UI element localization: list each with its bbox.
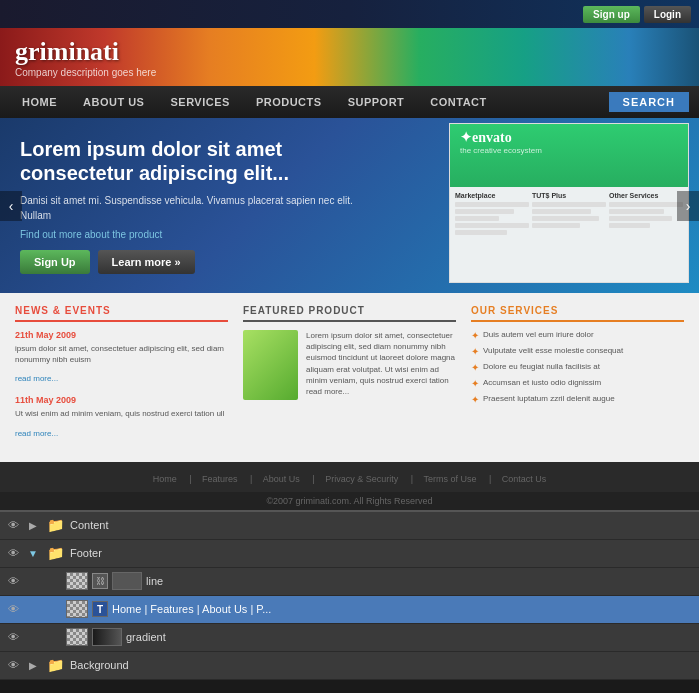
layer-thumb-text-checker: [66, 600, 88, 618]
nav-products[interactable]: PRODUCTS: [244, 86, 334, 118]
hero-prev-button[interactable]: ‹: [0, 191, 22, 221]
services-title: OUR SERVICES: [471, 305, 684, 322]
layer-arrow-content[interactable]: ▶: [26, 520, 40, 531]
layer-name-footer: Footer: [70, 547, 695, 559]
layer-eye-content[interactable]: 👁: [4, 516, 22, 534]
layer-thumb-gradient: [66, 628, 88, 646]
logo-name: griminati: [15, 37, 156, 67]
footer-link-features[interactable]: Features: [202, 474, 238, 484]
layer-row-background[interactable]: 👁 ▶ 📁 Background: [0, 652, 699, 680]
screenshot-inner: ✦envato the creative ecosystem Marketpla…: [450, 124, 688, 282]
layer-eye-text[interactable]: 👁: [4, 600, 22, 618]
news-title: NEWS & EVENTS: [15, 305, 228, 322]
service-item-4: ✦ Accumsan et iusto odio dignissim: [471, 378, 684, 389]
nav-services[interactable]: SERVICES: [158, 86, 241, 118]
hero-learn-button[interactable]: Learn more »: [98, 250, 195, 274]
layer-name-content: Content: [70, 519, 695, 531]
layer-name-line: line: [146, 575, 695, 587]
service-text-4: Accumsan et iusto odio dignissim: [483, 378, 601, 388]
news-date-2: 11th May 2009: [15, 395, 228, 405]
login-button[interactable]: Login: [644, 6, 691, 23]
featured-column: FEATURED PRODUCT Lorem ipsum dolor sit a…: [243, 305, 456, 450]
layer-row-footer[interactable]: 👁 ▼ 📁 Footer: [0, 540, 699, 568]
layer-thumb-line: [66, 572, 88, 590]
nav-home[interactable]: HOME: [10, 86, 69, 118]
main-content: NEWS & EVENTS 21th May 2009 ipsum dolor …: [0, 293, 699, 462]
service-text-3: Dolore eu feugiat nulla facilisis at: [483, 362, 600, 372]
hero-signup-button[interactable]: Sign Up: [20, 250, 90, 274]
envato-logo: ✦envato: [460, 129, 512, 146]
footer-link-privacy[interactable]: Privacy & Security: [325, 474, 398, 484]
featured-content: Lorem ipsum dolor sit amet, consectetuer…: [243, 330, 456, 400]
footer-links: Home | Features | About Us | Privacy & S…: [0, 462, 699, 492]
footer-link-terms[interactable]: Terms of Use: [423, 474, 476, 484]
layer-eye-gradient[interactable]: 👁: [4, 628, 22, 646]
layer-eye-line[interactable]: 👁: [4, 572, 22, 590]
layer-type-text-icon: T: [92, 601, 108, 617]
layer-arrow-background[interactable]: ▶: [26, 660, 40, 671]
footer-sep-2: |: [250, 474, 255, 484]
hero-content: Lorem ipsum dolor sit amet consectetur a…: [0, 122, 384, 289]
layer-name-background: Background: [70, 659, 695, 671]
service-bullet-3: ✦: [471, 362, 479, 373]
featured-title: FEATURED PRODUCT: [243, 305, 456, 322]
layer-row-content[interactable]: 👁 ▶ 📁 Content: [0, 512, 699, 540]
sc-col-1: Marketplace: [455, 192, 529, 277]
layer-arrow-footer[interactable]: ▼: [26, 548, 40, 559]
layer-name-gradient: gradient: [126, 631, 695, 643]
layer-chain-icon: ⛓: [92, 573, 108, 589]
hero-subtitle: Danisi sit amet mi. Suspendisse vehicula…: [20, 193, 364, 223]
service-item-1: ✦ Duis autem vel eum iriure dolor: [471, 330, 684, 341]
layer-row-text[interactable]: 👁 T Home | Features | About Us | P...: [0, 596, 699, 624]
screenshot-content: Marketplace TUT$ Plus Other Services: [450, 187, 688, 282]
service-item-3: ✦ Dolore eu feugiat nulla facilisis at: [471, 362, 684, 373]
nav-support[interactable]: SUPPORT: [336, 86, 417, 118]
layer-preview-line: [112, 572, 142, 590]
search-button[interactable]: SEARCH: [609, 92, 689, 112]
read-more-1[interactable]: read more...: [15, 374, 58, 383]
read-more-2[interactable]: read more...: [15, 429, 58, 438]
top-bar: Sign up Login: [0, 0, 699, 28]
footer-sep-3: |: [312, 474, 317, 484]
layer-row-gradient[interactable]: 👁 gradient: [0, 624, 699, 652]
layer-eye-footer[interactable]: 👁: [4, 544, 22, 562]
layer-folder-content: 📁: [44, 516, 66, 534]
header: griminati Company description goes here: [0, 28, 699, 86]
layer-preview-gradient: [92, 628, 122, 646]
footer-link-home[interactable]: Home: [153, 474, 177, 484]
service-bullet-5: ✦: [471, 394, 479, 405]
signup-button[interactable]: Sign up: [583, 6, 640, 23]
news-date-1: 21th May 2009: [15, 330, 228, 340]
featured-thumbnail: [243, 330, 298, 400]
copyright: ©2007 griminati.com. All Rights Reserved: [0, 492, 699, 510]
service-bullet-1: ✦: [471, 330, 479, 341]
footer-sep-4: |: [411, 474, 416, 484]
footer-link-contact[interactable]: Contact Us: [502, 474, 547, 484]
service-text-2: Vulputate velit esse molestie consequat: [483, 346, 623, 356]
layer-folder-background: 📁: [44, 656, 66, 674]
service-bullet-4: ✦: [471, 378, 479, 389]
footer-link-about[interactable]: About Us: [263, 474, 300, 484]
sc-col-2: TUT$ Plus: [532, 192, 606, 277]
layer-folder-footer: 📁: [44, 544, 66, 562]
footer-sep-5: |: [489, 474, 494, 484]
logo: griminati Company description goes here: [15, 37, 156, 78]
news-text-2: Ut wisi enim ad minim veniam, quis nostr…: [15, 408, 228, 419]
services-column: OUR SERVICES ✦ Duis autem vel eum iriure…: [471, 305, 684, 450]
layer-row-line[interactable]: 👁 ⛓ line: [0, 568, 699, 596]
envato-subtitle: the creative ecosystem: [460, 146, 542, 155]
sc-col-3: Other Services: [609, 192, 683, 277]
news-item-1: 21th May 2009 ipsum dolor sit amet, cons…: [15, 330, 228, 385]
nav-contact[interactable]: CONTACT: [418, 86, 498, 118]
news-column: NEWS & EVENTS 21th May 2009 ipsum dolor …: [15, 305, 228, 450]
hero-link[interactable]: Find out more about the product: [20, 229, 364, 240]
nav-about[interactable]: ABOUT US: [71, 86, 156, 118]
layers-panel: 👁 ▶ 📁 Content 👁 ▼ 📁 Footer 👁 ⛓ line 👁 T …: [0, 510, 699, 680]
layer-eye-background[interactable]: 👁: [4, 656, 22, 674]
featured-text: Lorem ipsum dolor sit amet, consectetuer…: [306, 330, 456, 400]
service-text-1: Duis autem vel eum iriure dolor: [483, 330, 594, 340]
service-text-5: Praesent luptatum zzril delenit augue: [483, 394, 615, 404]
hero-next-button[interactable]: ›: [677, 191, 699, 221]
logo-desc: Company description goes here: [15, 67, 156, 78]
hero-buttons: Sign Up Learn more »: [20, 250, 364, 274]
